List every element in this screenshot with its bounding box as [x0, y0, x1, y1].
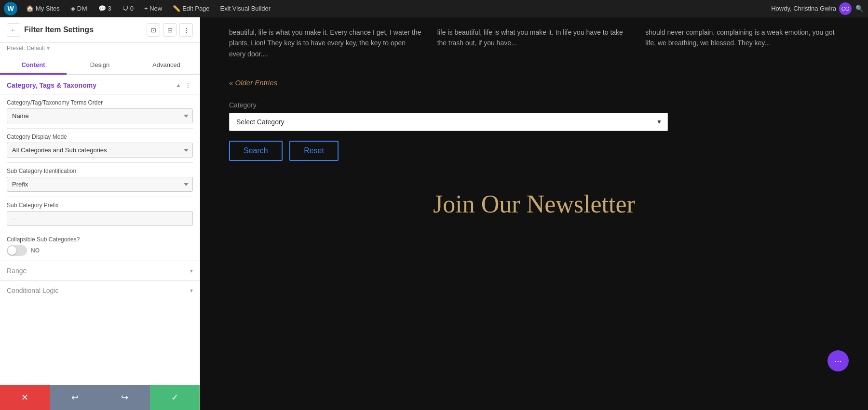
conditional-logic-header[interactable]: Conditional Logic ▾ [0, 281, 200, 300]
preview-content: beautiful, life is what you make it. Eve… [200, 17, 868, 238]
admin-bar-divi[interactable]: ◈ Divi [67, 3, 92, 14]
display-mode-label: Category Display Mode [7, 133, 193, 140]
admin-bar-new[interactable]: + New [140, 3, 166, 14]
admin-bar-exit-builder[interactable]: Exit Visual Builder [217, 3, 275, 14]
preview-area: beautiful, life is what you make it. Eve… [200, 17, 868, 410]
more-options-icon[interactable]: ⋮ [179, 23, 193, 37]
tab-content[interactable]: Content [0, 56, 67, 75]
panel-header: ← Filter Item Settings ⊡ ⊞ ⋮ [0, 17, 200, 43]
range-collapse-icon: ▾ [190, 267, 193, 274]
blog-post-3: should never complain, complaining is a … [645, 27, 839, 59]
category-widget: Category Select Category ▼ Search Reset [229, 96, 839, 171]
howdy-text: Howdy, Christina Gwira [771, 5, 836, 12]
sub-category-prefix-group: Sub Category Prefix [0, 197, 200, 231]
range-section: Range ▾ [0, 261, 200, 280]
section-menu-icon[interactable]: ⋮ [183, 80, 193, 90]
search-icon[interactable]: 🔍 [854, 4, 864, 13]
category-dropdown-wrap: Select Category ▼ [229, 113, 668, 131]
newsletter-title: Join Our Newsletter [229, 190, 839, 218]
toggle-wrapper: NO [7, 245, 193, 256]
terms-order-label: Category/Tag/Taxonomy Terms Order [7, 99, 193, 106]
section-title-category: Category, Tags & Taxonomy [7, 81, 174, 89]
category-widget-label: Category [229, 101, 839, 109]
blog-posts-grid: beautiful, life is what you make it. Eve… [229, 17, 839, 74]
admin-bar: W 🏠 My Sites ◈ Divi 💬 3 🗨 0 + New ✏️ Edi… [0, 0, 868, 17]
range-section-header[interactable]: Range ▾ [0, 261, 200, 280]
blog-post-2: life is beautiful, life is what you make… [437, 27, 631, 59]
terms-order-select[interactable]: Name Slug Count ID [7, 108, 193, 123]
columns-icon[interactable]: ⊞ [163, 23, 176, 37]
display-mode-group: Category Display Mode All Categories and… [0, 129, 200, 162]
admin-bar-right: Howdy, Christina Gwira CG 🔍 [771, 2, 864, 15]
sub-category-id-group: Sub Category Identification Prefix Inden… [0, 163, 200, 197]
reset-button[interactable]: Reset [289, 141, 339, 161]
tab-design[interactable]: Design [67, 56, 133, 75]
sub-category-id-select[interactable]: Prefix Indent Nested [7, 177, 193, 192]
preset-bar: Preset: Default ▾ [0, 43, 200, 56]
comment-icon: 💬 [98, 5, 106, 12]
newsletter-section: Join Our Newsletter [229, 171, 839, 238]
admin-bar-my-sites[interactable]: 🏠 My Sites [22, 3, 64, 14]
redo-button[interactable]: ↪ [100, 385, 150, 410]
filter-buttons: Search Reset [229, 135, 839, 161]
section-collapse-icon[interactable]: ▲ [174, 80, 183, 90]
admin-bar-edit-page[interactable]: ✏️ Edit Page [169, 3, 213, 14]
collapsible-toggle[interactable] [7, 245, 27, 256]
toggle-state-label: NO [31, 247, 40, 254]
main-layout: ← Filter Item Settings ⊡ ⊞ ⋮ Preset: Def… [0, 17, 868, 410]
tab-advanced[interactable]: Advanced [133, 56, 200, 75]
conditional-logic-collapse-icon: ▾ [190, 287, 193, 294]
admin-bar-comment-count[interactable]: 🗨 0 [118, 3, 137, 14]
sub-category-id-label: Sub Category Identification [7, 168, 193, 174]
blog-post-1: beautiful, life is what you make it. Eve… [229, 27, 423, 59]
action-bar: ✕ ↩ ↪ ✓ [0, 385, 200, 410]
speech-bubble-icon: 🗨 [122, 5, 128, 12]
category-taxonomy-section-header: Category, Tags & Taxonomy ▲ ⋮ [0, 75, 200, 94]
category-dropdown[interactable]: Select Category [229, 113, 668, 131]
chat-bubble-button[interactable]: ··· [827, 350, 849, 371]
terms-order-group: Category/Tag/Taxonomy Terms Order Name S… [0, 94, 200, 128]
divi-icon: ◈ [70, 5, 75, 12]
conditional-logic-title: Conditional Logic [7, 287, 190, 294]
undo-button[interactable]: ↩ [50, 385, 100, 410]
avatar[interactable]: CG [839, 2, 852, 15]
sub-category-prefix-input[interactable] [7, 211, 193, 226]
conditional-logic-section: Conditional Logic ▾ [0, 280, 200, 300]
collapsible-label: Collapsible Sub Categories? [7, 236, 193, 243]
preset-text: Preset: Default [7, 45, 45, 52]
cancel-button[interactable]: ✕ [0, 385, 50, 410]
sub-category-prefix-label: Sub Category Prefix [7, 202, 193, 209]
display-mode-select[interactable]: All Categories and Sub categories Top Le… [7, 143, 193, 158]
left-panel: ← Filter Item Settings ⊡ ⊞ ⋮ Preset: Def… [0, 17, 200, 410]
chat-bubble-icon: ··· [834, 356, 841, 366]
panel-header-icons: ⊡ ⊞ ⋮ [147, 23, 193, 37]
toggle-knob [8, 246, 16, 255]
panel-title: Filter Item Settings [24, 26, 143, 34]
my-sites-icon: 🏠 [26, 5, 34, 12]
confirm-button[interactable]: ✓ [150, 385, 200, 410]
edit-icon: ✏️ [173, 5, 180, 12]
older-entries-link[interactable]: « Older Entries [229, 74, 277, 96]
wp-logo-icon[interactable]: W [4, 2, 17, 15]
admin-bar-comments[interactable]: 💬 3 [95, 3, 115, 14]
range-title: Range [7, 267, 190, 275]
back-button[interactable]: ← [7, 23, 20, 37]
panel-tabs: Content Design Advanced [0, 56, 200, 75]
panel-content: Category, Tags & Taxonomy ▲ ⋮ Category/T… [0, 75, 200, 385]
search-button[interactable]: Search [229, 141, 283, 161]
collapsible-sub-categories-group: Collapsible Sub Categories? NO [0, 231, 200, 261]
minimize-icon[interactable]: ⊡ [147, 23, 160, 37]
